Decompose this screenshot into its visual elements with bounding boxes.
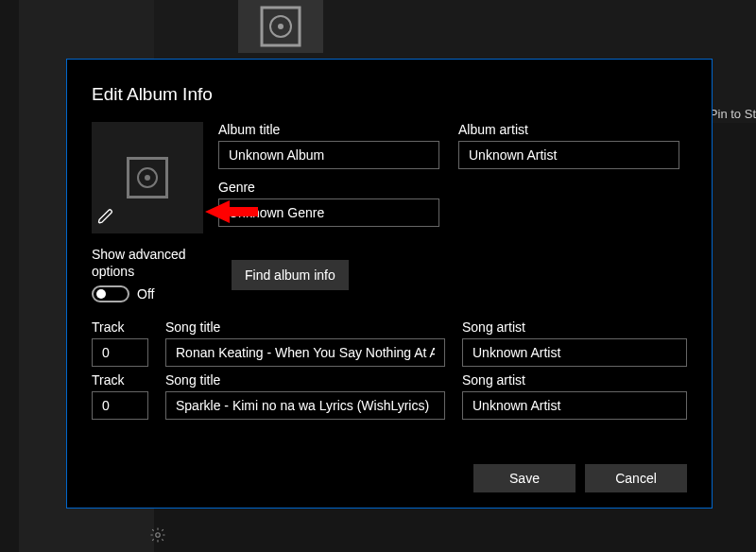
background-album-art	[238, 0, 323, 53]
song-artist-label: Song artist	[462, 319, 687, 335]
genre-input[interactable]	[218, 198, 439, 227]
song-title-label: Song title	[165, 319, 445, 335]
track-number-input[interactable]	[92, 391, 148, 420]
settings-gear-icon[interactable]	[149, 526, 166, 546]
dialog-title: Edit Album Info	[92, 84, 687, 105]
svg-point-2	[278, 24, 284, 29]
song-artist-input[interactable]	[462, 338, 687, 367]
album-artist-input[interactable]	[458, 141, 679, 169]
track-label: Track	[92, 372, 148, 388]
edit-album-info-dialog: Edit Album Info Album title	[66, 59, 713, 509]
album-title-input[interactable]	[218, 141, 439, 169]
track-number-input[interactable]	[92, 338, 148, 367]
pin-to-start-label: Pin to St	[710, 107, 756, 121]
album-artist-label: Album artist	[458, 122, 679, 137]
show-advanced-toggle[interactable]	[92, 285, 129, 302]
cancel-button[interactable]: Cancel	[585, 464, 687, 492]
song-title-label: Song title	[165, 372, 445, 388]
album-icon	[260, 6, 301, 47]
song-title-input[interactable]	[165, 338, 445, 367]
show-advanced-label: Show advanced options	[92, 247, 203, 280]
album-title-label: Album title	[218, 122, 439, 137]
song-artist-label: Song artist	[462, 372, 687, 388]
save-button[interactable]: Save	[473, 464, 576, 492]
track-label: Track	[92, 319, 148, 335]
album-art-placeholder-icon	[127, 157, 168, 198]
song-artist-input[interactable]	[462, 391, 687, 420]
song-title-input[interactable]	[165, 391, 445, 420]
find-album-info-button[interactable]: Find album info	[232, 260, 349, 290]
genre-label: Genre	[218, 180, 439, 195]
show-advanced-state: Off	[137, 286, 154, 302]
svg-point-3	[156, 533, 161, 538]
edit-art-pencil-icon[interactable]	[97, 208, 114, 228]
album-art-box	[92, 122, 203, 233]
